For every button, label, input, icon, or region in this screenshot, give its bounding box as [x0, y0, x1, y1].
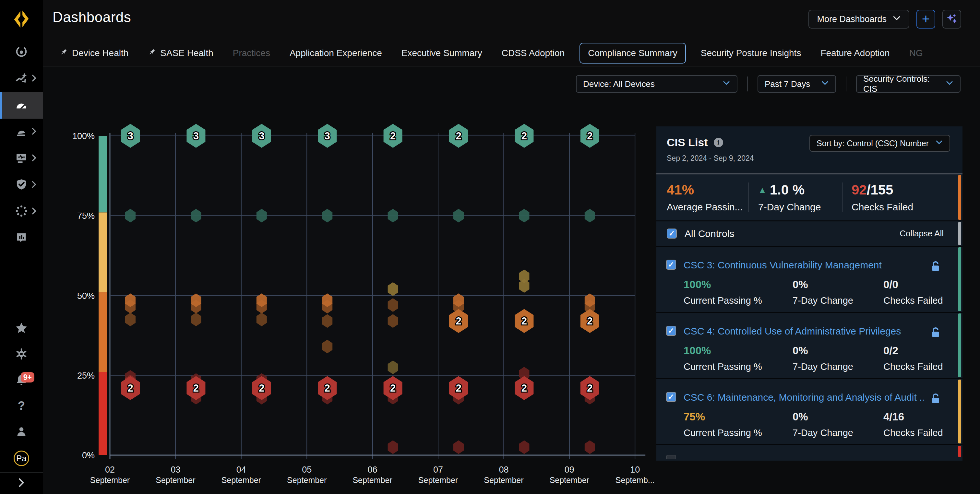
insights-icon	[15, 71, 28, 86]
sidebar-item-command-center[interactable]	[0, 39, 43, 65]
sidebar-item-operations[interactable]	[0, 199, 43, 225]
filter-separator	[747, 76, 748, 91]
sidebar-expand-button[interactable]	[0, 472, 43, 494]
csc-row-partial	[656, 444, 963, 458]
svg-text:2: 2	[587, 315, 592, 327]
sort-by-label: Sort by: Control (CSC) Number	[816, 139, 929, 148]
svg-text:100%: 100%	[72, 131, 95, 141]
row-change-value: 0%	[792, 411, 808, 423]
row-passing-value: 100%	[684, 345, 711, 357]
csc-row-2: ✓ CSC 6: Maintenance, Monitoring and Ana…	[656, 378, 963, 444]
sidebar-item-help[interactable]: ?	[0, 394, 43, 419]
sidebar-item-notifications[interactable]: 9+	[0, 368, 43, 394]
row-passing-value: 100%	[684, 278, 711, 291]
svg-text:3: 3	[127, 130, 133, 141]
row-change-value: 0%	[792, 278, 808, 291]
info-icon[interactable]: i	[714, 138, 723, 147]
svg-text:2: 2	[390, 383, 396, 394]
filter-label: Device: All Devices	[583, 79, 655, 89]
sidebar-item-profile[interactable]: Pa	[0, 445, 43, 471]
panel-scrollbar-thumb[interactable]	[958, 222, 961, 245]
svg-text:2: 2	[456, 130, 461, 141]
svg-text:2: 2	[587, 383, 592, 394]
all-controls-checkbox[interactable]: ✓	[667, 229, 677, 238]
reports-icon	[15, 231, 28, 245]
app-logo[interactable]	[0, 0, 43, 39]
sidebar-item-compliance[interactable]	[0, 172, 43, 199]
svg-text:September: September	[353, 475, 392, 484]
sidebar: 9+?Pa	[0, 0, 43, 494]
delta-up-icon: ▲	[758, 185, 767, 195]
sidebar-item-settings[interactable]	[0, 342, 43, 368]
csc-row-0: ✓ CSC 3: Continuous Vulnerability Manage…	[656, 246, 963, 312]
csc-row-title-link[interactable]: CSC 4: Controlled Use of Administrative …	[684, 326, 901, 337]
sort-by-dropdown[interactable]: Sort by: Control (CSC) Number	[810, 135, 950, 152]
unlock-icon[interactable]	[930, 326, 941, 340]
unlock-icon[interactable]	[930, 392, 941, 406]
sidebar-item-reports[interactable]	[0, 225, 43, 251]
svg-text:3: 3	[325, 130, 330, 141]
svg-text:3: 3	[193, 130, 199, 141]
svg-text:07: 07	[433, 465, 443, 475]
csc-row-title-link[interactable]: CSC 6: Maintenance, Monitoring and Analy…	[684, 392, 924, 403]
compliance-icon	[15, 178, 28, 192]
row-change-label: 7-Day Change	[792, 361, 853, 372]
filters-row: Device: All DevicesPast 7 DaysSecurity C…	[576, 75, 961, 93]
status-strip	[958, 380, 961, 443]
alarms-icon	[15, 125, 28, 139]
sidebar-item-favorites[interactable]	[0, 316, 43, 342]
chevron-down-icon	[821, 79, 829, 89]
unlock-icon[interactable]	[930, 260, 941, 274]
svg-text:75%: 75%	[77, 211, 95, 221]
cis-list-panel: CIS List i Sort by: Control (CSC) Number…	[656, 126, 963, 461]
svg-text:3: 3	[259, 130, 264, 141]
filter-dropdown-security-controls[interactable]: Security Controls: CIS	[856, 75, 961, 93]
collapse-all-button[interactable]: Collapse All	[900, 229, 944, 238]
svg-text:September: September	[287, 475, 326, 484]
row-failed-label: Checks Failed	[883, 295, 943, 306]
status-strip	[958, 446, 961, 457]
sidebar-item-devices[interactable]	[0, 145, 43, 172]
filter-label: Past 7 Days	[765, 79, 810, 89]
status-strip	[958, 247, 961, 311]
checkbox-sliver	[666, 455, 676, 459]
svg-text:September: September	[550, 475, 589, 484]
csc-row-1: ✓ CSC 4: Controlled Use of Administrativ…	[656, 312, 963, 378]
sidebar-item-insights[interactable]	[0, 65, 43, 92]
chevron-right-icon	[30, 180, 38, 190]
row-change-value: 0%	[792, 345, 808, 357]
csc-row-checkbox[interactable]: ✓	[666, 260, 676, 270]
devices-icon	[15, 151, 28, 166]
cis-list-title: CIS List	[667, 136, 708, 149]
dashboards-icon	[14, 98, 28, 113]
command-center-icon	[15, 45, 28, 59]
settings-icon	[15, 348, 28, 362]
svg-text:September: September	[156, 475, 195, 484]
csc-row-checkbox[interactable]: ✓	[666, 392, 676, 402]
row-failed-value: 4/16	[883, 411, 904, 423]
avatar: Pa	[14, 451, 29, 466]
svg-text:2: 2	[587, 130, 592, 141]
svg-text:September: September	[418, 475, 458, 484]
stat-value: ▲1.0 %	[758, 182, 842, 198]
sidebar-item-dashboards[interactable]	[0, 92, 43, 119]
svg-text:03: 03	[170, 465, 180, 475]
svg-text:02: 02	[105, 465, 115, 475]
svg-text:September: September	[90, 475, 130, 484]
row-failed-label: Checks Failed	[883, 361, 943, 372]
filter-dropdown-device[interactable]: Device: All Devices	[576, 75, 737, 93]
sidebar-item-user[interactable]	[0, 419, 43, 445]
chevron-down-icon	[722, 79, 730, 89]
summary-stat-1: ▲1.0 % 7-Day Change	[758, 182, 842, 213]
row-failed-value: 0/0	[883, 278, 898, 291]
csc-row-title-link[interactable]: CSC 3: Continuous Vulnerability Manageme…	[684, 260, 882, 271]
svg-text:25%: 25%	[77, 371, 95, 381]
filter-label: Security Controls: CIS	[863, 74, 939, 94]
csc-row-checkbox[interactable]: ✓	[666, 326, 676, 336]
stat-label: Checks Failed	[851, 202, 963, 213]
filter-dropdown-time-range[interactable]: Past 7 Days	[757, 75, 836, 93]
row-change-label: 7-Day Change	[792, 295, 853, 306]
chevron-right-icon	[30, 207, 38, 216]
svg-text:50%: 50%	[77, 291, 95, 301]
sidebar-item-alarms[interactable]	[0, 119, 43, 145]
